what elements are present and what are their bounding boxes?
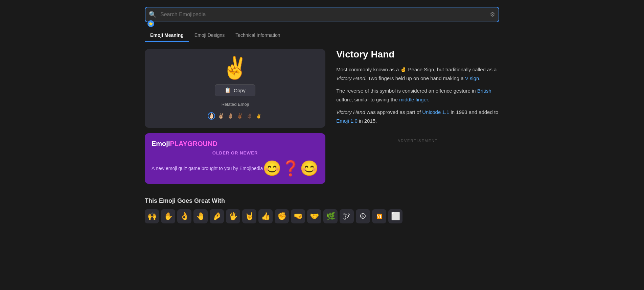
playground-card[interactable]: EmojiPLAYGROUND OLDER OR NEWER A new emo… <box>145 133 325 184</box>
description-2: The reverse of this symbol is considered… <box>336 87 499 104</box>
playground-title: EmojiPLAYGROUND <box>152 140 319 148</box>
list-item[interactable]: 🌿 <box>323 209 338 223</box>
v-sign-link[interactable]: V sign <box>465 75 479 81</box>
list-item[interactable]: ☮ <box>356 209 370 223</box>
search-bar-container: 🔍 ⚙ ⭐ <box>145 7 499 22</box>
goes-great-title: This Emoji Goes Great With <box>145 197 499 204</box>
swatch-2[interactable]: ✌🏽 <box>227 112 234 120</box>
middle-finger-link[interactable]: middle finger <box>399 97 428 102</box>
list-item[interactable]: ✊ <box>275 209 289 223</box>
swatch-3[interactable]: ✌🏾 <box>236 112 244 120</box>
goes-great-emoji-row: 🙌 ✋ 👌 🤚 🤌 🖐 🤘 👍 ✊ 🤜 🤝 🌿 🕊 ☮ 🆚 ⬜ <box>145 209 499 223</box>
list-item[interactable]: 🤘 <box>242 209 256 223</box>
playground-body: A new emoji quiz game brought to you by … <box>152 160 319 177</box>
list-item[interactable]: ✋ <box>161 209 175 223</box>
main-content: ✌️ 📋 Copy Related Emoji ✌🏻 ✌🏼 ✌🏽 ✌🏾 ✌🏿 ✌ <box>145 49 499 184</box>
swatch-0[interactable]: ✌🏻 <box>208 112 215 120</box>
emoji-1-link[interactable]: Emoji 1.0 <box>336 118 358 124</box>
copy-label: Copy <box>234 88 246 93</box>
left-panel: ✌️ 📋 Copy Related Emoji ✌🏻 ✌🏼 ✌🏽 ✌🏾 ✌🏿 ✌ <box>145 49 325 184</box>
tabs-container: Emoji Meaning Emoji Designs Technical In… <box>145 29 499 42</box>
swatch-5[interactable]: ✌ <box>255 112 262 120</box>
playground-subtitle: OLDER OR NEWER <box>152 150 319 155</box>
list-item[interactable]: 🕊 <box>340 209 354 223</box>
list-item[interactable]: ⬜ <box>388 209 402 223</box>
goes-great-section: This Emoji Goes Great With 🙌 ✋ 👌 🤚 🤌 🖐 🤘… <box>145 197 499 223</box>
swatch-4[interactable]: ✌🏿 <box>246 112 253 120</box>
advertisement-area: ADVERTISEMENT <box>336 139 499 143</box>
list-item[interactable]: 🤝 <box>307 209 321 223</box>
emoji-card: ✌️ 📋 Copy Related Emoji ✌🏻 ✌🏼 ✌🏽 ✌🏾 ✌🏿 ✌ <box>145 49 325 128</box>
list-item[interactable]: 👌 <box>177 209 191 223</box>
list-item[interactable]: 👍 <box>258 209 273 223</box>
unicode-link[interactable]: Unicode 1.1 <box>422 109 449 115</box>
description-1: Most commonly known as a ✌️ Peace Sign, … <box>336 65 499 82</box>
search-icon: 🔍 <box>149 11 156 18</box>
british-link[interactable]: British <box>477 88 491 94</box>
related-emoji-label: Related Emoji <box>222 102 249 107</box>
list-item[interactable]: 🤚 <box>193 209 208 223</box>
playground-description: A new emoji quiz game brought to you by … <box>152 165 263 172</box>
search-input[interactable] <box>145 7 499 22</box>
tab-technical-information[interactable]: Technical Information <box>230 29 285 42</box>
description-3: Victory Hand was approved as part of Uni… <box>336 108 499 125</box>
list-item[interactable]: 🖐 <box>226 209 240 223</box>
emoji-title: Victory Hand <box>336 49 499 60</box>
emoji-display: ✌️ <box>222 57 249 79</box>
copy-icon: 📋 <box>225 87 231 93</box>
copy-button[interactable]: 📋 Copy <box>215 84 255 96</box>
playground-playground-text: PLAYGROUND <box>170 140 217 147</box>
swatch-1[interactable]: ✌🏼 <box>217 112 225 120</box>
search-badge: ⭐ <box>147 20 154 27</box>
playground-emoji-display: 😊❓😊 <box>263 160 319 177</box>
list-item[interactable]: 🆚 <box>372 209 386 223</box>
list-item[interactable]: 🙌 <box>145 209 159 223</box>
list-item[interactable]: 🤜 <box>291 209 305 223</box>
advertisement-label: ADVERTISEMENT <box>397 139 438 143</box>
playground-emoji-text: Emoji <box>152 140 170 147</box>
list-item[interactable]: 🤌 <box>210 209 224 223</box>
right-panel: Victory Hand Most commonly known as a ✌️… <box>336 49 499 143</box>
tab-emoji-designs[interactable]: Emoji Designs <box>189 29 230 42</box>
tab-emoji-meaning[interactable]: Emoji Meaning <box>145 29 189 42</box>
related-swatches: ✌🏻 ✌🏼 ✌🏽 ✌🏾 ✌🏿 ✌ <box>208 112 262 120</box>
settings-icon[interactable]: ⚙ <box>490 11 495 18</box>
